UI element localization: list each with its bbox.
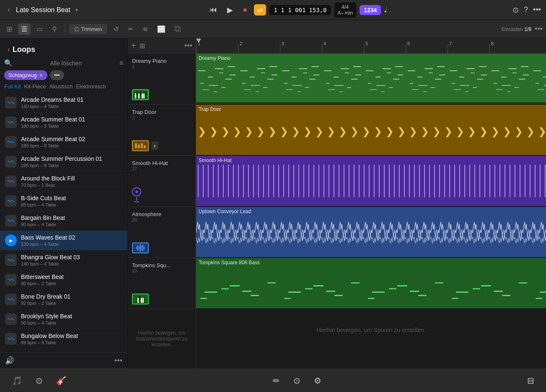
tag-row: Schlagzeug ✕ ••• [0,70,127,83]
position-display: 1 1 1 001 153,0 [269,5,331,15]
track-name-atm: Atmosphere [132,211,191,217]
track-more-button[interactable]: ••• [184,41,192,50]
grid-view-button[interactable]: ⊞ [3,23,16,35]
volume-icon: 🔊 [5,356,14,365]
rect-view-button[interactable]: ▭ [33,23,46,35]
loop-list-item[interactable]: Arcade Summer Percussion 01180 bpm – 8 T… [0,152,127,172]
loop-list-item[interactable]: Bargain Bin Beat90 bpm – 4 Takte [0,211,127,231]
rewind-button[interactable]: ⏮ [206,4,220,16]
loop-list-item[interactable]: Bungalow Below Beat89 bpm – 8 Takte [0,329,127,349]
trim-button[interactable]: ⬡ Trimmen [69,24,107,34]
record-button[interactable]: ● [240,4,251,16]
toolbar: ⊞ ☰ ▭ ⚲ ⬡ Trimmen ↺ ✂ ≋ ⬜ ⿻ Einrasten 1/… [0,20,546,39]
loop-list-item[interactable]: Brooklyn Style Beat90 bpm – 4 Takte [0,309,127,329]
drag-hint-left: Hierhin bewegen, um Instrumentenspuren z… [128,309,196,369]
loops-tab-button[interactable]: 🎵 [8,374,26,387]
tag-remove-button[interactable]: ✕ [39,72,43,78]
pencil-button[interactable]: ✏ [269,374,283,387]
loop-list-item[interactable]: Around the Block Fill70 bpm – 1 Beat [0,172,127,191]
einrasten-label: Einrasten [502,26,523,32]
filter-options-button[interactable]: ≡ [119,59,123,67]
clear-all-button[interactable]: Alle löschen [16,60,116,67]
atmosphere-icon [132,242,191,253]
scissors-button[interactable]: ✂ [124,23,137,35]
filter-tab-fullkit[interactable]: Full Kit [4,83,21,90]
loop-info: Arcade Summer Beat 01180 bpm – 8 Takte [21,116,122,129]
time-signature: 4/4 A♭ min [334,3,357,18]
track-num-hihat: 27 [132,166,191,171]
eq-button[interactable]: ⚙ [311,374,325,387]
back-button[interactable]: ‹ [5,4,13,16]
loop-button[interactable]: ⇄ [254,4,266,15]
help-button[interactable]: ? [524,5,528,14]
add-track-button[interactable]: + [131,41,136,51]
loop-wave-icon [5,136,17,148]
sidebar-bottom-more-button[interactable]: ••• [114,356,122,365]
loop-list-item[interactable]: Arcade Dreams Beat 01140 bpm – 4 Takte [0,93,127,113]
loop-info: Bass Waves Beat 02130 bpm – 4 Takte [21,234,122,247]
track-num-trap: 2 [132,115,191,120]
clock-button[interactable]: ⊙ [290,374,304,387]
loop-meta: 180 bpm – 8 Takte [21,163,122,168]
filter-tab-akustisch[interactable]: Akustisch [49,83,73,90]
loop-name: Bone Dry Break 01 [21,293,122,300]
loop-list-item[interactable]: Arcade Summer Beat 02180 bpm – 8 Takte [0,132,127,152]
loop-meta: 90 bpm – 2 Takte [21,281,122,286]
share-button[interactable]: ⊙ [512,5,519,15]
playhead-triangle [196,39,201,43]
track-row-trap-door[interactable]: Trap Door ❯ ❯ ❯ ❯ ❯ ❯ ❯ ❯ ❯ ❯ [196,105,546,156]
track-name-tompkins: Tompkins Squ... [132,262,191,268]
loop-list-item[interactable]: Bhangra Glow Beat 03140 bpm – 4 Takte [0,250,127,270]
trap-arrows: ❯ ❯ ❯ ❯ ❯ ❯ ❯ ❯ ❯ ❯ ❯ ❯ ❯ [196,113,546,150]
track-row-dreamy-piano[interactable]: Dreamy Piano [196,54,546,105]
keyboard-button[interactable]: ⊟ [524,374,538,387]
toolbar-more-button[interactable]: ••• [535,25,543,34]
stamp-button[interactable]: ⬜ [154,23,169,35]
hook-view-button[interactable]: ⚲ [49,23,60,35]
loop-meta: 89 bpm – 8 Takte [21,340,122,345]
loop-list-item[interactable]: Bittersweet Beat90 bpm – 2 Takte [0,270,127,290]
loop-wave-icon [5,156,17,168]
wave-button[interactable]: ≋ [139,23,151,35]
beats-tab-button[interactable]: ⊙ [32,374,46,387]
tag-more-button[interactable]: ••• [50,70,64,80]
loop-list-item[interactable]: ▶Bass Waves Beat 02130 bpm – 4 Takte [0,231,127,250]
track-row-smooth-hihat[interactable]: Smooth Hi-Hat [196,156,546,207]
guitar-tab-button[interactable]: 🎸 [53,374,70,387]
track-row-atmosphere[interactable]: Uptown Conveyor Lead [196,207,546,258]
more-options-button[interactable]: ••• [533,5,541,14]
filter-tab-kitpiece[interactable]: Kit-Piece [24,83,46,90]
trap-nav-arrow[interactable]: › [151,142,158,150]
main-layout: ‹ Loops 🔍 Alle löschen ≡ Schlagzeug ✕ ••… [0,39,546,369]
dreamy-midi-svg [196,54,546,104]
loop-name: Brooklyn Style Beat [21,313,122,320]
track-grid-button[interactable]: ⊞ [140,42,145,50]
loop-list-item[interactable]: Arcade Summer Beat 01180 bpm – 8 Takte [0,113,127,132]
loop-name: Arcade Summer Beat 02 [21,136,122,142]
play-button[interactable]: ▶ [224,4,236,16]
loop-name: Bungalow Below Beat [21,333,122,339]
track-rows: Dreamy Piano [196,54,546,369]
loop-wave-icon [5,195,17,207]
track-row-tompkins[interactable]: Tompkins Square 808 Bass [196,258,546,309]
loop-name: Arcade Dreams Beat 01 [21,96,122,103]
loop-meta: 70 bpm – 1 Beat [21,183,122,188]
timeline-area[interactable]: 1 2 3 4 [196,39,546,369]
loop-wave-icon [5,254,17,266]
chord-badge[interactable]: 1234 [360,5,381,15]
loop-name: Bhangra Glow Beat 03 [21,254,122,260]
loop-name: B-Side Cuts Beat [21,195,122,201]
loop-list-item[interactable]: Canal For Days Beat 01160 bpm – 8 Bars [0,349,127,352]
refresh-button[interactable]: ↺ [110,23,122,35]
drag-hint-right: Hierhin bewegen, um Spuren zu erstellen. [196,309,546,351]
bpm-value: 153,0 [309,7,326,13]
filter-tab-elektronisch[interactable]: Elektronisch [76,83,106,90]
ruler-mark-8: 8 [489,39,490,53]
list-view-button[interactable]: ☰ [18,23,31,35]
sidebar-close-button[interactable]: ‹ [5,44,13,56]
track-num-atm: 28 [132,217,191,222]
loop-list-item[interactable]: B-Side Cuts Beat85 bpm – 4 Takte [0,191,127,211]
copy-button[interactable]: ⿻ [171,24,185,35]
separator [65,24,65,34]
loop-list-item[interactable]: Bone Dry Break 0192 bpm – 2 Takte [0,290,127,309]
